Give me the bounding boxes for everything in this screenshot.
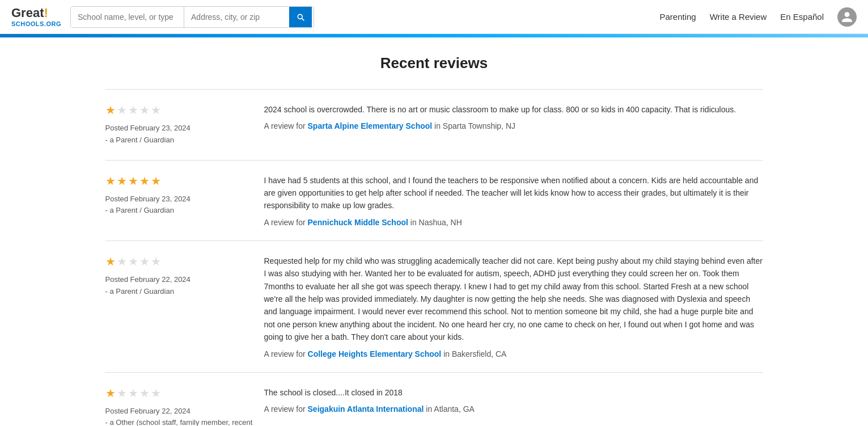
review-footer: A review for Seigakuin Atlanta Internati… <box>264 404 763 414</box>
school-search-input[interactable] <box>71 7 184 27</box>
star-rating: ★★★★★ <box>105 255 253 268</box>
review-posted-date: Posted February 23, 2024 <box>105 193 253 205</box>
school-location: in Nashua, NH <box>408 218 462 227</box>
review-text: Requested help for my child who was stru… <box>264 255 763 344</box>
school-link[interactable]: Pennichuck Middle School <box>308 218 408 227</box>
review-item: ★★★★★ Posted February 23, 2024 - a Paren… <box>105 161 763 241</box>
star-2: ★ <box>117 255 127 268</box>
review-right: The school is closed....It closed in 201… <box>264 386 763 427</box>
review-footer: A review for Pennichuck Middle School in… <box>264 218 763 227</box>
review-author: - a Other (school staff, family member, … <box>105 417 253 426</box>
review-posted-date: Posted February 22, 2024 <box>105 406 253 417</box>
review-meta: Posted February 22, 2024 - a Other (scho… <box>105 406 253 427</box>
review-text: 2024 school is overcrowded. There is no … <box>264 103 763 116</box>
star-5: ★ <box>151 103 161 117</box>
star-2: ★ <box>117 174 127 188</box>
review-text: The school is closed....It closed in 201… <box>264 386 763 399</box>
review-author: - a Parent / Guardian <box>105 205 253 217</box>
star-3: ★ <box>128 255 138 268</box>
review-right: 2024 school is overcrowded. There is no … <box>264 103 763 146</box>
review-author: - a Parent / Guardian <box>105 134 253 146</box>
star-3: ★ <box>128 386 138 400</box>
star-rating: ★★★★★ <box>105 386 253 400</box>
review-left: ★★★★★ Posted February 23, 2024 - a Paren… <box>105 174 264 227</box>
review-posted-date: Posted February 23, 2024 <box>105 123 253 134</box>
review-meta: Posted February 23, 2024 - a Parent / Gu… <box>105 123 253 146</box>
star-5: ★ <box>151 174 161 188</box>
review-text: I have had 5 students at this school, an… <box>264 174 763 212</box>
school-location: in Bakersfield, CA <box>441 349 506 358</box>
school-link[interactable]: Seigakuin Atlanta International <box>308 404 424 414</box>
review-meta: Posted February 22, 2024 - a Parent / Gu… <box>105 274 253 298</box>
star-1: ★ <box>105 174 116 188</box>
review-item: ★★★★★ Posted February 22, 2024 - a Paren… <box>105 241 763 373</box>
star-rating: ★★★★★ <box>105 174 253 188</box>
star-5: ★ <box>151 386 161 400</box>
star-1: ★ <box>105 255 116 268</box>
site-header: Great! SCHOOLS.org Parenting Write a Rev… <box>0 0 868 34</box>
review-footer: A review for College Heights Elementary … <box>264 349 763 358</box>
review-author: - a Parent / Guardian <box>105 286 253 298</box>
review-left: ★★★★★ Posted February 22, 2024 - a Paren… <box>105 255 264 358</box>
review-right: Requested help for my child who was stru… <box>264 255 763 358</box>
review-right: I have had 5 students at this school, an… <box>264 174 763 227</box>
star-5: ★ <box>151 255 161 268</box>
write-review-nav-link[interactable]: Write a Review <box>710 12 767 22</box>
review-item: ★★★★★ Posted February 22, 2024 - a Other… <box>105 373 763 427</box>
star-4: ★ <box>139 386 150 400</box>
star-3: ★ <box>128 174 138 188</box>
logo-schools-text: SCHOOLS.org <box>11 20 61 27</box>
search-icon <box>296 12 305 22</box>
school-link[interactable]: College Heights Elementary School <box>308 349 442 358</box>
review-prefix: A review for <box>264 218 308 227</box>
user-icon <box>841 11 853 23</box>
logo-great-text: Great <box>11 6 44 20</box>
review-prefix: A review for <box>264 349 308 358</box>
school-location: in Atlanta, GA <box>424 404 475 414</box>
review-prefix: A review for <box>264 404 308 414</box>
star-3: ★ <box>128 103 138 117</box>
review-item: ★★★★★ Posted February 23, 2024 - a Paren… <box>105 90 763 161</box>
logo-link[interactable]: Great! SCHOOLS.org <box>11 6 61 27</box>
review-left: ★★★★★ Posted February 23, 2024 - a Paren… <box>105 103 264 146</box>
star-4: ★ <box>139 174 150 188</box>
review-posted-date: Posted February 22, 2024 <box>105 274 253 286</box>
review-prefix: A review for <box>264 121 308 130</box>
star-4: ★ <box>139 255 150 268</box>
school-link[interactable]: Sparta Alpine Elementary School <box>308 121 433 130</box>
location-search-input[interactable] <box>184 7 289 27</box>
search-bar <box>70 6 314 28</box>
logo-exclaim: ! <box>44 6 48 20</box>
parenting-nav-link[interactable]: Parenting <box>659 12 696 22</box>
espanol-nav-link[interactable]: En Español <box>780 12 824 22</box>
school-location: in Sparta Township, NJ <box>432 121 515 130</box>
reviews-container: ★★★★★ Posted February 23, 2024 - a Paren… <box>105 89 763 426</box>
review-left: ★★★★★ Posted February 22, 2024 - a Other… <box>105 386 264 427</box>
header-nav: Parenting Write a Review En Español <box>659 7 857 27</box>
review-footer: A review for Sparta Alpine Elementary Sc… <box>264 121 763 130</box>
star-2: ★ <box>117 103 127 117</box>
star-4: ★ <box>139 103 150 117</box>
star-rating: ★★★★★ <box>105 103 253 117</box>
search-button[interactable] <box>289 7 312 27</box>
page-title: Recent reviews <box>105 54 763 72</box>
star-2: ★ <box>117 386 127 400</box>
star-1: ★ <box>105 103 116 117</box>
review-meta: Posted February 23, 2024 - a Parent / Gu… <box>105 193 253 217</box>
star-1: ★ <box>105 386 116 400</box>
user-avatar[interactable] <box>837 7 857 27</box>
main-content: Recent reviews ★★★★★ Posted February 23,… <box>94 37 774 426</box>
